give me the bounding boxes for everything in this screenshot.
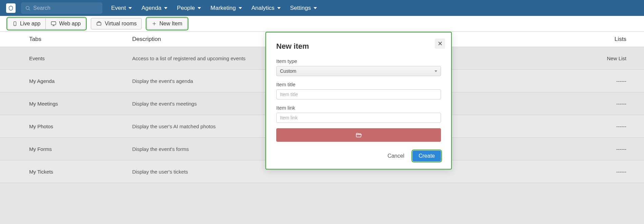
button-label: Live app <box>20 21 41 27</box>
svg-rect-7 <box>97 23 101 25</box>
chevron-down-icon <box>164 7 167 9</box>
close-button[interactable]: ✕ <box>435 39 445 49</box>
modal-overlay: ✕ New item Item type Custom Item title I… <box>0 32 644 224</box>
svg-point-0 <box>26 6 29 9</box>
nav-people[interactable]: People <box>177 5 201 12</box>
search-input[interactable] <box>33 5 101 11</box>
chevron-down-icon <box>198 7 201 9</box>
create-button[interactable]: Create <box>412 151 441 161</box>
main-nav-menu: Event Agenda People Marketing Analytics … <box>111 5 317 12</box>
top-nav-bar: Event Agenda People Marketing Analytics … <box>0 0 644 16</box>
new-item-modal: ✕ New item Item type Custom Item title I… <box>265 32 452 170</box>
folder-open-icon <box>355 132 362 138</box>
dropdown-icon <box>435 70 437 72</box>
nav-label: Event <box>111 5 126 12</box>
close-icon: ✕ <box>438 40 443 47</box>
folder-button[interactable] <box>276 128 441 142</box>
new-item-button[interactable]: New Item <box>147 18 187 29</box>
cancel-button[interactable]: Cancel <box>384 151 408 161</box>
nav-label: Agenda <box>141 5 161 12</box>
svg-rect-4 <box>51 22 56 25</box>
web-app-button[interactable]: Web app <box>45 18 86 29</box>
item-title-label: Item title <box>276 82 441 87</box>
rooms-icon <box>96 21 102 26</box>
chevron-down-icon <box>277 7 281 9</box>
virtual-rooms-button[interactable]: Virtual rooms <box>91 18 142 29</box>
item-type-select[interactable]: Custom <box>276 66 441 76</box>
nav-label: Marketing <box>210 5 236 12</box>
nav-label: Analytics <box>251 5 275 12</box>
button-label: New Item <box>159 21 182 27</box>
item-type-label: Item type <box>276 58 441 64</box>
item-title-input[interactable] <box>276 89 441 99</box>
nav-label: Settings <box>290 5 311 12</box>
button-label: Virtual rooms <box>105 21 137 27</box>
search-box[interactable] <box>21 2 102 14</box>
item-link-label: Item link <box>276 105 441 111</box>
chevron-down-icon <box>239 7 242 9</box>
item-link-input[interactable] <box>276 113 441 123</box>
live-app-button[interactable]: Live app <box>7 18 45 29</box>
button-label: Web app <box>59 21 81 27</box>
desktop-icon <box>51 21 57 26</box>
toolbar: Live app Web app Virtual rooms New Item <box>0 16 644 32</box>
select-value: Custom <box>280 68 296 74</box>
app-view-group: Live app Web app <box>7 18 86 29</box>
modal-actions: Cancel Create <box>276 151 441 161</box>
nav-analytics[interactable]: Analytics <box>251 5 281 12</box>
modal-title: New item <box>276 42 441 51</box>
nav-marketing[interactable]: Marketing <box>210 5 242 12</box>
nav-agenda[interactable]: Agenda <box>141 5 167 12</box>
search-icon <box>25 5 31 11</box>
plus-icon <box>152 21 157 26</box>
nav-event[interactable]: Event <box>111 5 132 12</box>
nav-settings[interactable]: Settings <box>290 5 317 12</box>
app-logo[interactable] <box>6 3 16 13</box>
chevron-down-icon <box>314 7 317 9</box>
nav-label: People <box>177 5 195 12</box>
svg-line-1 <box>29 9 30 10</box>
chevron-down-icon <box>128 7 132 9</box>
mobile-icon <box>13 21 17 27</box>
